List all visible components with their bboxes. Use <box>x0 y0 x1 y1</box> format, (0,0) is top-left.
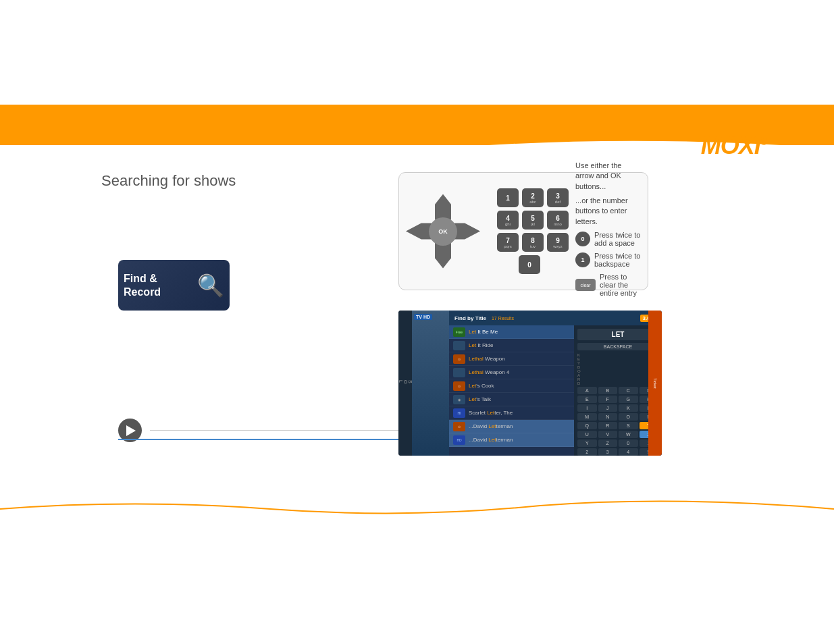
tv-header: Find by Title 17 Results 3.0S <box>449 311 662 325</box>
tv-show-item[interactable]: HD ...David Letterman <box>449 433 574 447</box>
tv-main: Find by Title 17 Results 3.0S Free Let I… <box>449 311 662 456</box>
tv-key-s[interactable]: S <box>619 422 638 429</box>
num-btn-1[interactable]: 1 <box>497 188 519 207</box>
num-btn-0[interactable]: 0 <box>519 255 540 274</box>
show-badge: ⊙ <box>453 381 465 391</box>
num-btn-6[interactable]: 6mno <box>547 211 569 230</box>
clear-badge: clear <box>575 279 596 291</box>
find-record-label: Find &Record <box>124 272 194 298</box>
show-name: ...David Letterman <box>469 437 570 443</box>
num-btn-2[interactable]: 2abc <box>522 188 544 207</box>
show-name: Let's Cook <box>469 383 570 389</box>
section-title: Searching for shows <box>101 172 236 190</box>
keyboard-label: KEYBOARD <box>577 353 658 385</box>
tv-key-u[interactable]: U <box>577 431 597 438</box>
tv-show-item[interactable]: ⊙ Let's Cook <box>449 379 574 393</box>
show-badge <box>453 341 465 350</box>
tv-show-item[interactable]: ◉ Let's Talk <box>449 393 574 406</box>
show-badge: ⊙ <box>453 422 465 431</box>
instruction-arrows: Use either the arrow and OK buttons... <box>575 161 641 192</box>
tv-show-item[interactable]: ⊙ Lethal Weapon <box>449 352 574 366</box>
dpad-ok[interactable]: OK <box>429 217 457 246</box>
tv-key-num3[interactable]: 3 <box>598 448 618 456</box>
show-name: Lethal Weapon <box>469 356 570 362</box>
numpad: 1 2abc 3def 4ghi 5jkl 6mno 7pqrs 8tuv <box>497 188 569 252</box>
tv-key-num4[interactable]: 4 <box>619 448 638 456</box>
tv-key-m[interactable]: M <box>577 413 597 421</box>
num-btn-3[interactable]: 3def <box>547 188 569 207</box>
dpad-right[interactable] <box>454 218 480 245</box>
instruction-numbers: ...or the number buttons to enter letter… <box>575 196 641 227</box>
num-btn-4[interactable]: 4ghi <box>497 211 519 230</box>
tv-key-q[interactable]: Q <box>577 422 597 429</box>
show-badge: ⊙ <box>453 354 465 364</box>
show-badge: ◉ <box>453 395 465 404</box>
show-name: Let It Be Me <box>469 329 570 335</box>
instr-text-clear: Press to clear the entire entry <box>600 273 641 297</box>
tv-typed-text: LET <box>577 329 658 340</box>
instr-text-0: Press twice to add a space <box>594 231 641 247</box>
num-btn-8[interactable]: 8tuv <box>522 233 544 252</box>
dpad-down[interactable] <box>429 243 457 269</box>
dpad-up[interactable] <box>429 194 457 220</box>
dpad: OK <box>406 194 480 269</box>
play-progress-line <box>150 430 407 431</box>
num-btn-7[interactable]: 7pqrs <box>497 233 519 252</box>
one-badge: 1 <box>575 252 590 267</box>
tv-key-g[interactable]: G <box>619 396 638 403</box>
tv-ticker: Ticket <box>648 325 662 456</box>
show-badge <box>453 368 465 377</box>
tv-key-o[interactable]: O <box>619 413 638 421</box>
zero-badge: 0 <box>575 232 590 246</box>
bottom-line <box>0 495 834 522</box>
tv-screen: CLOSE TV HD Find by Title 17 Results 3.0… <box>398 311 662 456</box>
tv-key-grid: A B C D E F G H I J K L M N O P Q <box>577 387 658 456</box>
tv-show-item[interactable]: Lethal Weapon 4 <box>449 366 574 379</box>
tv-show-item[interactable]: Let It Ride <box>449 339 574 352</box>
tv-key-b[interactable]: B <box>598 387 618 394</box>
tv-show-item[interactable]: HI Scarlet Letter, The <box>449 406 574 420</box>
instr-row-0: 0 Press twice to add a space <box>575 231 641 247</box>
tv-key-w[interactable]: W <box>619 431 638 438</box>
tv-backspace-btn[interactable]: BACKSPACE <box>577 343 658 350</box>
play-progress-blue <box>118 439 409 440</box>
tv-key-z[interactable]: Z <box>598 439 618 447</box>
tv-key-e[interactable]: E <box>577 396 597 403</box>
tv-header-title: Find by Title <box>454 315 486 321</box>
show-name: Let It Ride <box>469 342 570 348</box>
tv-show-item[interactable]: Free Let It Be Me <box>449 325 574 339</box>
show-name: Let's Talk <box>469 396 570 402</box>
remote-instructions: Use either the arrow and OK buttons... .… <box>569 161 641 302</box>
tv-key-y[interactable]: Y <box>577 439 597 447</box>
tv-key-num2[interactable]: 2 <box>577 448 597 456</box>
tv-key-f[interactable]: F <box>598 396 618 403</box>
instr-text-1: Press twice to backspace <box>594 252 641 268</box>
num-btn-5[interactable]: 5jkl <box>522 211 544 230</box>
dpad-left[interactable] <box>406 218 432 245</box>
tv-key-a[interactable]: A <box>577 387 597 394</box>
tv-key-k[interactable]: K <box>619 404 638 412</box>
remote-diagram: OK 1 2abc 3def 4ghi 5jkl 6mno 7pqrs <box>398 172 648 290</box>
show-name: Scarlet Letter, The <box>469 410 570 416</box>
tv-key-r[interactable]: R <box>598 422 618 429</box>
tv-key-0[interactable]: 0 <box>619 439 638 447</box>
tv-show-item[interactable]: ⊙ ...David Letterman <box>449 420 574 433</box>
tv-key-v[interactable]: V <box>598 431 618 438</box>
tv-show-list: Free Let It Be Me Let It Ride ⊙ Lethal W… <box>449 325 574 456</box>
show-name: Lethal Weapon 4 <box>469 369 570 375</box>
instr-row-1: 1 Press twice to backspace <box>575 252 641 268</box>
find-record-icon: 🔍 <box>197 273 224 298</box>
tv-key-c[interactable]: C <box>619 387 638 394</box>
moxi-logo: MOXI® <box>701 132 766 160</box>
tv-hd-badge: TV HD <box>414 314 432 320</box>
find-record-box: Find &Record 🔍 <box>118 260 230 311</box>
tv-key-j[interactable]: J <box>598 404 618 412</box>
tv-header-results: 17 Results <box>492 316 514 321</box>
show-badge: HD <box>453 435 465 445</box>
show-name: ...David Letterman <box>469 423 570 429</box>
tv-sidebar: CLOSE <box>398 311 412 456</box>
tv-key-n[interactable]: N <box>598 413 618 421</box>
tv-key-i[interactable]: I <box>577 404 597 412</box>
tv-bg-preview: TV HD <box>412 311 449 456</box>
num-btn-9[interactable]: 9wxyz <box>547 233 569 252</box>
